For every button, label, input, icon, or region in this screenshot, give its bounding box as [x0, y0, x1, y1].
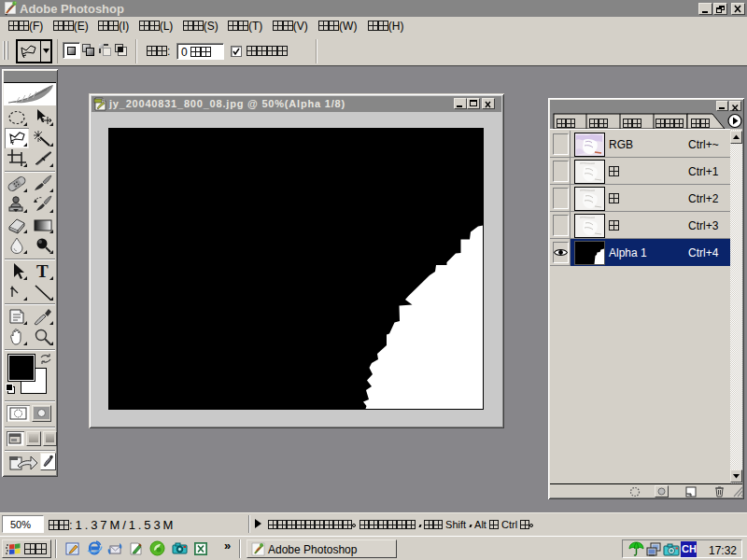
svg-text:T: T — [36, 261, 49, 281]
